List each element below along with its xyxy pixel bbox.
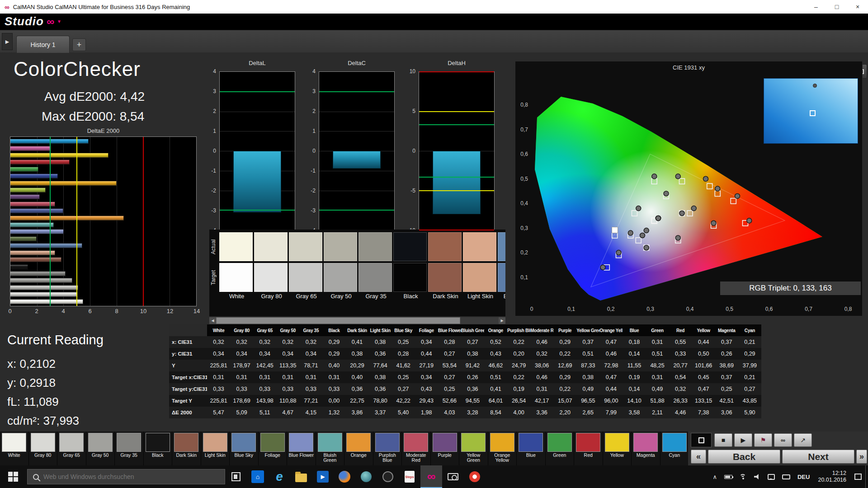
add-tab-button[interactable]: + [72,38,86,51]
patch-white[interactable]: White [0,432,29,465]
taskbar-calman-active[interactable]: ∞ [420,465,442,488]
deltae-bar-orange [10,216,124,221]
play-button[interactable]: ▶ [734,433,752,447]
taskbar-explorer[interactable] [290,465,312,488]
patch-orange-yellow[interactable]: Orange Yellow [488,432,517,465]
patch-moderate-red[interactable]: Moderate Red [402,432,431,465]
table-cell: 0,38 [576,371,599,383]
patch-foliage[interactable]: Foliage [259,432,288,465]
patch-bluish-green[interactable]: Bluish Green [316,432,345,465]
taskbar-media[interactable]: ▶ [312,465,334,488]
max-de2000: Max dE2000: 8,54 [42,109,144,124]
flag-button[interactable]: ⚑ [754,433,772,447]
patch-dark-skin[interactable]: Dark Skin [172,432,201,465]
last-page-button[interactable]: » [856,450,867,464]
patch-gray-50[interactable]: Gray 50 [86,432,115,465]
svg-text:0,3: 0,3 [520,225,528,231]
swatch-scrollbar[interactable]: ◀ ▶ [209,317,505,324]
taskbar-store[interactable]: ⌂ [247,465,269,488]
patch-blue-flower[interactable]: Blue Flower [287,432,316,465]
external-window-button[interactable]: ↗ [794,433,812,447]
patch-magenta[interactable]: Magenta [632,432,660,465]
taskbar-search[interactable] [27,469,225,484]
tray-expand-button[interactable]: ∧ [712,474,717,480]
patch-yellow[interactable]: Yellow [603,432,632,465]
language-indicator[interactable]: DEU [797,474,810,480]
deltae-bar-blue [10,174,58,178]
table-cell: 0,22 [553,383,576,395]
actual-swatch-black [393,232,427,261]
scroll-right-button[interactable]: ▶ [499,317,505,324]
patch-green[interactable]: Green [546,432,575,465]
patch-black[interactable]: Black [144,432,173,465]
y-tick-label: 0 [205,148,216,154]
patch-red[interactable]: Red [574,432,603,465]
patch-gray-80[interactable]: Gray 80 [29,432,58,465]
deltah-chart: DeltaH 1050-5-10 [406,60,495,69]
patch-label: Bluish Green [316,453,344,463]
first-page-button[interactable]: « [691,450,706,464]
target-swatch-black [393,263,427,292]
show-desktop-button[interactable] [865,465,868,488]
current-reading-title: Current Reading [7,333,104,347]
back-label: Back [733,451,755,462]
panel-expander-button[interactable]: ▶ [2,33,13,50]
next-label: Next [808,451,829,462]
studio-logo[interactable]: Studio ∞ ▼ [5,14,61,28]
scroll-left-button[interactable]: ◀ [209,317,216,324]
battery-indicator[interactable] [724,475,732,479]
tab-history-1[interactable]: History 1 [16,36,70,53]
patch-purple[interactable]: Purple [431,432,460,465]
patch-blue-sky[interactable]: Blue Sky [230,432,259,465]
next-button[interactable]: Next [782,450,854,464]
patch-gray-65[interactable]: Gray 65 [57,432,86,465]
chevron-up-icon: ∧ [712,474,717,480]
continuous-measure-button[interactable]: ∞ [774,433,792,447]
table-cell: 0,34 [415,336,438,348]
target-swatch-blue-sky [498,263,505,292]
messaging-indicator[interactable] [768,474,775,480]
taskbar-app-globe[interactable] [355,465,377,488]
patch-cyan[interactable]: Cyan [660,432,689,465]
table-cell: 0,40 [322,360,345,371]
table-cell: 0,38 [369,371,392,383]
chevron-down-icon[interactable]: ▼ [57,19,61,24]
table-cell: 0,37 [715,371,738,383]
svg-text:0,2: 0,2 [520,249,528,256]
taskbar-browser[interactable] [464,465,486,488]
actual-swatch-light-skin [463,232,496,261]
patch-swatch [433,433,457,452]
table-cell: 0,49 [576,383,599,395]
stop-button[interactable]: ■ [714,433,732,447]
taskbar-steps-recorder[interactable]: Steps [399,465,420,488]
patch-swatch [2,433,26,452]
taskbar-camera[interactable] [442,465,464,488]
patch-orange[interactable]: Orange [344,432,373,465]
search-input[interactable] [43,473,215,480]
patch-gray-35[interactable]: Gray 35 [115,432,144,465]
scrollbar-thumb[interactable] [216,317,460,324]
taskbar-firefox[interactable] [334,465,355,488]
taskbar-edge[interactable]: e [269,465,290,488]
volume-indicator[interactable] [754,474,760,479]
scrollbar-track[interactable] [460,317,499,324]
deltae-bar-white [10,299,83,304]
patch-blue[interactable]: Blue [517,432,546,465]
pattern-window-button[interactable] [691,433,712,447]
action-center-button[interactable] [854,474,862,480]
minimize-button[interactable]: – [806,0,826,14]
task-view-button[interactable] [225,465,247,488]
touch-keyboard-button[interactable] [782,474,790,479]
taskbar-app-dark[interactable] [377,465,399,488]
maximize-button[interactable]: □ [826,0,847,14]
close-button[interactable]: × [847,0,868,14]
network-indicator[interactable] [740,474,747,480]
measured-point [711,221,716,225]
patch-light-skin[interactable]: Light Skin [201,432,230,465]
table-cell: 4,67 [276,407,299,418]
start-button[interactable] [0,465,26,488]
taskbar-clock[interactable]: 12:12 20.01.2016 [818,470,846,483]
back-button[interactable]: Back [708,450,780,464]
patch-yellow-green[interactable]: Yellow Green [459,432,488,465]
patch-purplish-blue[interactable]: Purplish Blue [373,432,402,465]
